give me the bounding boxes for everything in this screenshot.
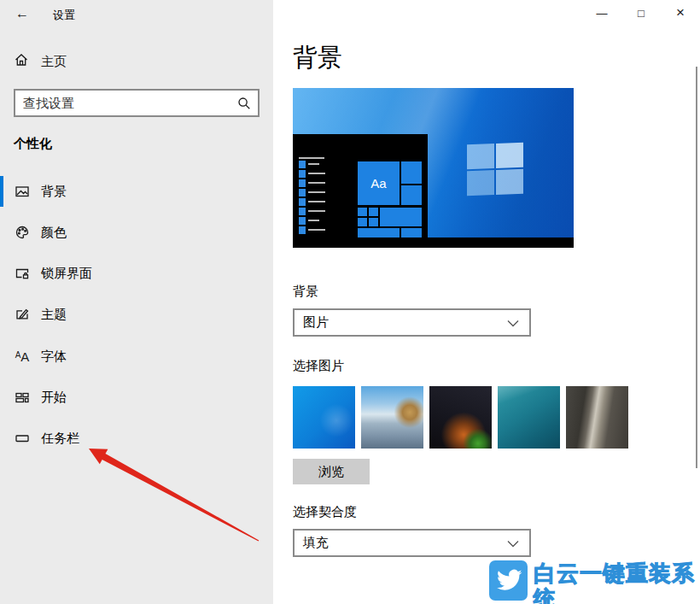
sidebar-item-label: 开始 bbox=[41, 390, 67, 406]
sidebar: ← 设置 主页 个性化 背景 颜色 锁屏界面 主 bbox=[0, 0, 273, 604]
lock-screen-icon bbox=[14, 266, 31, 281]
search-input[interactable] bbox=[15, 91, 258, 115]
section-header-personalization: 个性化 bbox=[14, 136, 52, 152]
start-tile-aa: Aa bbox=[358, 161, 400, 205]
window-title: 设置 bbox=[53, 8, 75, 23]
sidebar-item-start[interactable]: 开始 bbox=[0, 380, 273, 414]
choose-fit-label: 选择契合度 bbox=[293, 504, 357, 520]
fit-dropdown[interactable]: 填充 bbox=[293, 529, 531, 557]
back-button[interactable]: ← bbox=[12, 4, 32, 23]
sidebar-item-lock-screen[interactable]: 锁屏界面 bbox=[0, 256, 273, 290]
chevron-down-icon bbox=[507, 536, 519, 551]
sidebar-item-background[interactable]: 背景 bbox=[0, 174, 273, 208]
theme-icon bbox=[14, 307, 31, 322]
taskbar-icon bbox=[14, 431, 31, 446]
taskbar-preview bbox=[293, 237, 574, 248]
sidebar-item-fonts[interactable]: AA 字体 bbox=[0, 339, 273, 373]
thumbnail-underwater[interactable] bbox=[498, 386, 560, 449]
dropdown-value: 填充 bbox=[303, 535, 507, 551]
chevron-down-icon bbox=[507, 315, 519, 331]
background-label: 背景 bbox=[293, 284, 318, 300]
choose-picture-label: 选择图片 bbox=[293, 358, 344, 374]
settings-window: { "window": { "title": "设置", "controls":… bbox=[0, 0, 700, 604]
search-icon bbox=[236, 96, 252, 114]
thumbnail-windows-default[interactable] bbox=[293, 386, 355, 449]
sidebar-item-label: 背景 bbox=[41, 184, 67, 200]
minimize-button[interactable]: — bbox=[582, 0, 621, 26]
sidebar-item-label: 颜色 bbox=[41, 225, 67, 241]
thumbnail-beach-rocks[interactable] bbox=[361, 386, 423, 449]
titlebar: ← 设置 bbox=[0, 0, 273, 27]
fonts-icon: AA bbox=[14, 349, 31, 363]
home-icon bbox=[14, 52, 29, 71]
sidebar-item-label: 主页 bbox=[41, 54, 67, 70]
background-type-dropdown[interactable]: 图片 bbox=[293, 308, 531, 337]
content-pane: — □ × 背景 Aa bbox=[273, 0, 700, 604]
page-title: 背景 bbox=[293, 41, 342, 75]
windows-logo bbox=[467, 143, 523, 196]
start-menu-preview: Aa bbox=[293, 134, 428, 237]
sidebar-item-label: 字体 bbox=[41, 349, 67, 365]
sidebar-item-label: 主题 bbox=[41, 307, 67, 323]
sidebar-item-label: 任务栏 bbox=[41, 431, 79, 447]
sidebar-item-taskbar[interactable]: 任务栏 bbox=[0, 421, 273, 455]
search-box bbox=[14, 89, 260, 117]
sidebar-item-home[interactable]: 主页 bbox=[0, 46, 273, 77]
watermark-brand: 白云一键重装系统 bbox=[534, 560, 700, 604]
palette-icon bbox=[14, 225, 31, 240]
browse-button[interactable]: 浏览 bbox=[293, 459, 370, 484]
sidebar-item-colors[interactable]: 颜色 bbox=[0, 215, 273, 249]
dropdown-value: 图片 bbox=[303, 314, 507, 331]
picture-icon bbox=[14, 184, 31, 199]
thumbnail-rock-cliff[interactable] bbox=[566, 386, 628, 449]
vertical-scrollbar[interactable] bbox=[696, 67, 697, 468]
start-tiles-icon bbox=[14, 390, 31, 405]
thumbnail-night-sky[interactable] bbox=[429, 386, 492, 449]
window-controls: — □ × bbox=[582, 0, 700, 26]
background-preview: Aa bbox=[293, 88, 574, 248]
sidebar-item-label: 锁屏界面 bbox=[41, 266, 92, 282]
twitter-bird-icon bbox=[489, 560, 528, 601]
close-button[interactable]: × bbox=[661, 0, 700, 26]
maximize-button[interactable]: □ bbox=[621, 0, 661, 26]
sidebar-item-themes[interactable]: 主题 bbox=[0, 297, 273, 331]
picture-thumbnails bbox=[293, 386, 628, 449]
watermark: 白云一键重装系统 www.baiyunxitong.com bbox=[489, 560, 700, 604]
